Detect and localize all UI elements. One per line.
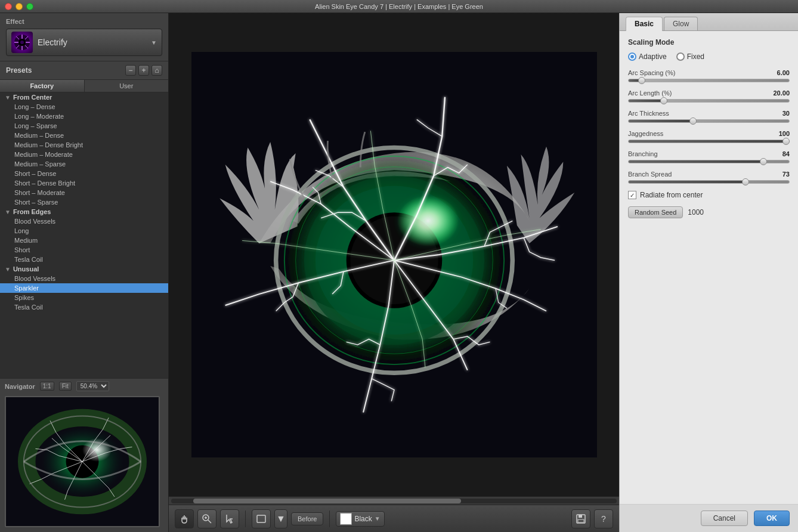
adaptive-radio[interactable]: Adaptive [628, 52, 667, 61]
arc-length-thumb[interactable] [660, 97, 667, 104]
arc-spacing-thumb[interactable] [638, 77, 645, 84]
arc-thickness-track[interactable] [628, 119, 790, 123]
arrow-icon [224, 514, 235, 524]
fixed-radio-circle [676, 52, 685, 61]
scrollbar-track[interactable] [171, 499, 617, 503]
group-label: From Edges [13, 208, 51, 215]
tree-group-from-edges[interactable]: ▼ From Edges [0, 207, 168, 216]
effect-label: Effect [6, 18, 162, 25]
navigator-section: Navigator 1:1 Fit 50.4% 25% 50% 100% [0, 378, 168, 532]
preview-toggle-button[interactable] [252, 509, 271, 528]
navigator-canvas [6, 397, 159, 526]
help-button[interactable]: ? [594, 509, 613, 528]
tree-group-from-center[interactable]: ▼ From Center [0, 92, 168, 102]
list-item[interactable]: Long – Dense [0, 102, 168, 112]
scrollbar-thumb[interactable] [193, 499, 460, 503]
list-item[interactable]: Blood Vessels [0, 216, 168, 226]
arc-spacing-track[interactable] [628, 79, 790, 82]
navigator-header: Navigator 1:1 Fit 50.4% 25% 50% 100% [0, 379, 168, 394]
zoom-fit-button[interactable]: Fit [59, 382, 72, 391]
svg-rect-31 [257, 515, 265, 522]
branching-label: Branching [628, 150, 658, 157]
branching-track[interactable] [628, 160, 790, 163]
arc-length-fill [629, 100, 664, 102]
before-button[interactable]: Before [291, 512, 323, 525]
select-tool-button[interactable] [220, 509, 239, 528]
save-button[interactable] [571, 509, 590, 528]
save-icon [576, 514, 586, 524]
list-item[interactable]: Tesla Coil [0, 255, 168, 264]
separator [329, 511, 330, 527]
list-item[interactable]: Short [0, 245, 168, 255]
radiate-checkbox-row[interactable]: ✓ Radiate from center [628, 191, 790, 199]
fixed-radio-label: Fixed [687, 52, 704, 61]
close-button[interactable] [5, 3, 12, 10]
list-item[interactable]: Medium – Dense [0, 131, 168, 140]
tree-group-unusual[interactable]: ▼ Unusual [0, 264, 168, 274]
branch-spread-thumb[interactable] [742, 178, 749, 185]
preview-dropdown-button[interactable]: ▼ [274, 509, 287, 528]
main-layout: Effect [0, 13, 798, 532]
list-item[interactable]: Tesla Coil [0, 302, 168, 312]
cancel-button[interactable]: Cancel [701, 511, 748, 526]
minimize-button[interactable] [16, 3, 23, 10]
effect-selector[interactable]: Electrify ▼ [6, 29, 162, 56]
presets-header: Presets − + ⌂ [0, 61, 168, 80]
list-item[interactable]: Blood Vessels [0, 274, 168, 283]
zoom-icon [202, 514, 212, 524]
random-seed-button[interactable]: Random Seed [628, 206, 683, 218]
presets-add-button[interactable]: + [138, 65, 149, 76]
chevron-down-icon: ▼ [151, 39, 157, 46]
tab-basic[interactable]: Basic [626, 17, 663, 31]
branch-spread-track[interactable] [628, 180, 790, 184]
separator [245, 511, 246, 527]
list-item-sparkler[interactable]: Sparkler [0, 283, 168, 293]
preset-tabs: Factory User [0, 80, 168, 92]
slider-header: Arc Thickness 30 [628, 110, 790, 117]
list-item[interactable]: Spikes [0, 293, 168, 302]
ok-button[interactable]: OK [754, 511, 790, 526]
list-item[interactable]: Short – Sparse [0, 197, 168, 207]
adaptive-radio-label: Adaptive [639, 52, 667, 61]
list-item[interactable]: Short – Dense [0, 169, 168, 178]
color-swatch [340, 513, 352, 525]
list-item[interactable]: Short – Moderate [0, 188, 168, 197]
zoom-1-1-button[interactable]: 1:1 [40, 382, 54, 391]
tab-glow[interactable]: Glow [664, 17, 698, 30]
branch-spread-fill [629, 181, 746, 183]
jaggedness-thumb[interactable] [782, 138, 790, 145]
effect-name: Electrify [38, 38, 146, 47]
tab-user[interactable]: User [85, 80, 169, 92]
fixed-radio[interactable]: Fixed [676, 52, 704, 61]
list-item[interactable]: Medium – Dense Bright [0, 140, 168, 150]
list-item[interactable]: Long [0, 226, 168, 236]
traffic-lights [5, 3, 33, 10]
group-label: From Center [13, 94, 52, 101]
radiate-checkbox[interactable]: ✓ [628, 191, 636, 199]
tab-factory[interactable]: Factory [0, 80, 85, 92]
hand-tool-button[interactable] [175, 509, 194, 528]
arc-length-track[interactable] [628, 99, 790, 103]
slider-header: Arc Length (%) 20.00 [628, 89, 790, 97]
slider-header: Branching 84 [628, 150, 790, 157]
arc-length-label: Arc Length (%) [628, 89, 672, 97]
list-item[interactable]: Medium – Sparse [0, 159, 168, 169]
background-color-button[interactable]: Black ▼ [336, 511, 384, 527]
arc-thickness-thumb[interactable] [689, 117, 697, 125]
list-item[interactable]: Short – Dense Bright [0, 178, 168, 188]
zoom-percent-select[interactable]: 50.4% 25% 50% 100% [76, 381, 109, 391]
presets-home-button[interactable]: ⌂ [151, 65, 162, 76]
presets-remove-button[interactable]: − [125, 65, 136, 76]
zoom-tool-button[interactable] [197, 509, 216, 528]
list-item[interactable]: Long – Moderate [0, 112, 168, 121]
horizontal-scrollbar[interactable] [169, 496, 619, 505]
list-item[interactable]: Medium – Moderate [0, 150, 168, 159]
list-item[interactable]: Medium [0, 236, 168, 245]
effect-icon [11, 32, 33, 53]
list-item[interactable]: Long – Sparse [0, 121, 168, 131]
maximize-button[interactable] [26, 3, 33, 10]
canvas-area [169, 13, 619, 496]
electrify-icon [14, 34, 30, 51]
jaggedness-track[interactable] [628, 140, 790, 143]
branching-thumb[interactable] [760, 158, 767, 165]
